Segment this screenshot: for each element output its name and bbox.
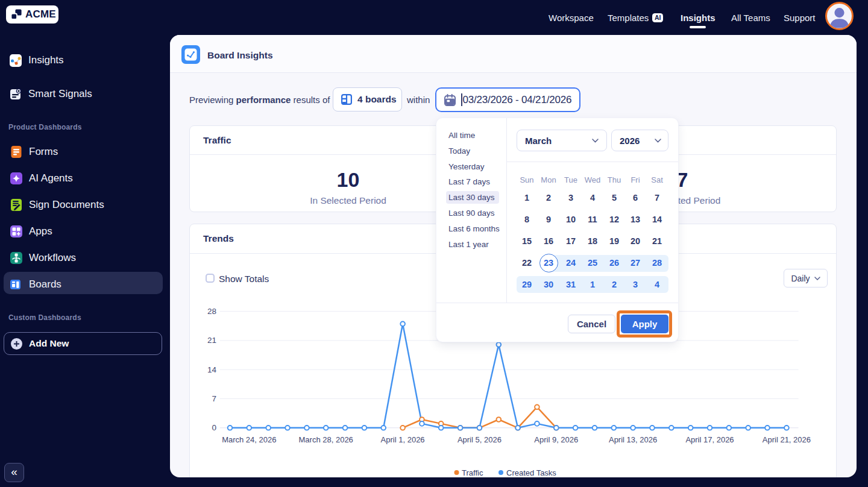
svg-text:14: 14 [207,365,217,374]
svg-text:Created Tasks: Created Tasks [506,468,556,477]
svg-text:April 21, 2026: April 21, 2026 [763,435,811,444]
svg-text:28: 28 [207,307,216,316]
svg-text:March 24, 2026: March 24, 2026 [222,435,276,444]
svg-text:April 1, 2026: April 1, 2026 [381,435,425,444]
svg-text:7: 7 [212,394,216,403]
svg-text:April 17, 2026: April 17, 2026 [685,435,734,444]
svg-text:April 9, 2026: April 9, 2026 [534,435,578,444]
svg-text:0: 0 [212,423,216,432]
svg-text:April 13, 2026: April 13, 2026 [609,435,657,444]
svg-text:April 5, 2026: April 5, 2026 [458,435,502,444]
svg-text:21: 21 [207,336,216,345]
svg-text:March 28, 2026: March 28, 2026 [299,435,353,444]
svg-text:Traffic: Traffic [462,468,483,477]
